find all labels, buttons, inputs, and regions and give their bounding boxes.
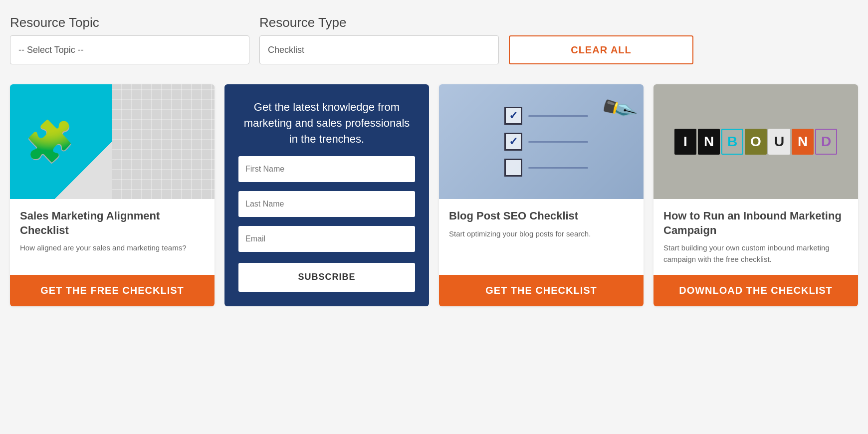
filter-bar: Resource Topic -- Select Topic -- Resour… xyxy=(10,15,858,64)
email-input[interactable] xyxy=(238,226,415,252)
card-image-inbound: I N B O U N D xyxy=(653,84,858,199)
card-seo-checklist: ✓ ✓ ✒️ Blog Post SEO Checklist Start opt… xyxy=(439,84,644,306)
cards-grid: Sales Marketing Alignment Checklist How … xyxy=(10,84,858,306)
card-body-4: How to Run an Inbound Marketing Campaign… xyxy=(653,199,858,275)
check-line-2 xyxy=(528,141,588,143)
letter-N2: N xyxy=(792,129,814,155)
clear-all-button[interactable]: CLEAR ALL xyxy=(509,35,693,64)
card-title-1: Sales Marketing Alignment Checklist xyxy=(20,209,205,237)
card-desc-1: How aligned are your sales and marketing… xyxy=(20,242,205,265)
inbound-logo: I N B O U N D xyxy=(674,129,837,155)
letter-I: I xyxy=(674,129,696,155)
type-filter-group: Resource Type Checklist xyxy=(259,15,499,64)
check-row-3 xyxy=(504,159,588,177)
cta-button-4[interactable]: DOWNLOAD THE CHECKLIST xyxy=(653,275,858,306)
card-desc-3: Start optimizing your blog posts for sea… xyxy=(449,228,634,265)
letter-D: D xyxy=(815,129,837,155)
type-select[interactable]: Checklist xyxy=(259,35,499,64)
card-title-3: Blog Post SEO Checklist xyxy=(449,209,634,223)
letter-B: B xyxy=(721,129,743,155)
card-image-puzzle xyxy=(10,84,215,199)
card-body-1: Sales Marketing Alignment Checklist How … xyxy=(10,199,215,275)
letter-O: O xyxy=(745,129,767,155)
type-filter-label: Resource Type xyxy=(259,15,499,30)
pen-icon: ✒️ xyxy=(598,88,639,129)
subscribe-headline: Get the latest knowledge from marketing … xyxy=(238,99,415,147)
cta-button-3[interactable]: GET THE CHECKLIST xyxy=(439,275,644,306)
card-sales-marketing: Sales Marketing Alignment Checklist How … xyxy=(10,84,215,306)
check-box-3 xyxy=(504,159,522,177)
card-title-4: How to Run an Inbound Marketing Campaign xyxy=(663,209,848,237)
check-row-1: ✓ xyxy=(504,107,588,125)
topic-filter-group: Resource Topic -- Select Topic -- xyxy=(10,15,249,64)
letter-U: U xyxy=(768,129,790,155)
card-body-3: Blog Post SEO Checklist Start optimizing… xyxy=(439,199,644,275)
check-box-2: ✓ xyxy=(504,133,522,151)
first-name-input[interactable] xyxy=(238,156,415,182)
card-image-checklist: ✓ ✓ ✒️ xyxy=(439,84,644,199)
check-line-1 xyxy=(528,115,588,117)
check-box-1: ✓ xyxy=(504,107,522,125)
card-inbound: I N B O U N D How to Run an Inbound Mark… xyxy=(653,84,858,306)
topic-select[interactable]: -- Select Topic -- xyxy=(10,35,249,64)
check-line-3 xyxy=(528,167,588,169)
letter-N1: N xyxy=(698,129,720,155)
card-subscribe: Get the latest knowledge from marketing … xyxy=(224,84,429,306)
card-desc-4: Start building your own custom inbound m… xyxy=(663,242,848,265)
topic-filter-label: Resource Topic xyxy=(10,15,249,30)
subscribe-button[interactable]: SUBSCRIBE xyxy=(238,263,415,292)
checklist-visual: ✓ ✓ xyxy=(504,107,588,177)
check-row-2: ✓ xyxy=(504,133,588,151)
cta-button-1[interactable]: GET THE FREE CHECKLIST xyxy=(10,275,215,306)
last-name-input[interactable] xyxy=(238,191,415,217)
